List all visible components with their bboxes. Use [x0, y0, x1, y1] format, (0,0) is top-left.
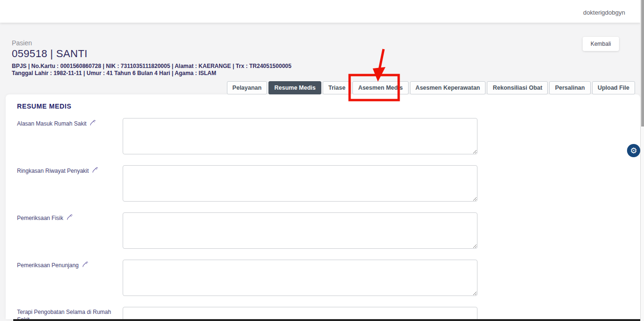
pemeriksaan-penunjang-textarea[interactable] — [123, 260, 477, 296]
field-label: Ringkasan Riwayat Penyakit — [17, 167, 118, 176]
vertical-scrollbar[interactable] — [640, 0, 644, 321]
pencil-icon[interactable] — [92, 167, 99, 176]
patient-section-label: Pasien — [12, 39, 292, 47]
terapi-pengobatan-textarea[interactable] — [123, 307, 477, 319]
tab-asesmen-keperawatan[interactable]: Asesmen Keperawatan — [410, 81, 486, 94]
form-row-terapi-pengobatan: Terapi Pengobatan Selama di Rumah Sakit — [6, 307, 640, 319]
tab-pelayanan[interactable]: Pelayanan — [227, 81, 268, 94]
field-label: Pemeriksaan Fisik — [17, 214, 118, 223]
top-navbar: dokterigdobgyn — [0, 0, 640, 23]
tab-triase[interactable]: Triase — [323, 81, 351, 94]
tab-resume-medis[interactable]: Resume Medis — [268, 81, 321, 94]
tab-persalinan[interactable]: Persalinan — [549, 81, 590, 94]
patient-header: Pasien 059518 | SANTI BPJS | No.Kartu : … — [12, 39, 292, 77]
field-label-text: Alasan Masuk Rumah Sakit — [17, 120, 86, 127]
tab-upload-file[interactable]: Upload File — [592, 81, 635, 94]
patient-info-line-1: BPJS | No.Kartu : 0001560860728 | NIK : … — [12, 63, 292, 70]
pencil-icon[interactable] — [66, 214, 73, 223]
form-row-alasan-masuk: Alasan Masuk Rumah Sakit — [6, 118, 640, 165]
scrollbar-thumb[interactable] — [641, 0, 644, 127]
patient-id-name: 059518 | SANTI — [12, 48, 292, 60]
logged-in-username: dokterigdobgyn — [583, 9, 625, 16]
field-label-text: Pemeriksaan Fisik — [17, 215, 63, 221]
alasan-masuk-rumah-sakit-textarea[interactable] — [123, 118, 477, 154]
annotation-arrow-head — [373, 67, 385, 82]
tab-rekonsiliasi-obat[interactable]: Rekonsiliasi Obat — [487, 81, 548, 94]
form-row-ringkasan-riwayat: Ringkasan Riwayat Penyakit — [6, 165, 640, 212]
panel-title: RESUME MEDIS — [17, 102, 71, 110]
pencil-icon[interactable] — [82, 261, 89, 270]
annotation-arrow-shaft — [379, 49, 384, 70]
field-label: Alasan Masuk Rumah Sakit — [17, 119, 118, 128]
tab-asesmen-medis[interactable]: Asesmen Medis — [352, 81, 408, 94]
ringkasan-riwayat-penyakit-textarea[interactable] — [123, 165, 477, 202]
field-label-text: Pemeriksaan Penunjang — [17, 262, 79, 269]
back-button[interactable]: Kembali — [583, 37, 619, 51]
pemeriksaan-fisik-textarea[interactable] — [123, 212, 477, 249]
form-row-pemeriksaan-penunjang: Pemeriksaan Penunjang — [6, 260, 640, 307]
field-label: Pemeriksaan Penunjang — [17, 261, 118, 270]
gear-icon: ⚙ — [630, 147, 637, 155]
patient-info-line-2: Tanggal Lahir : 1982-11-11 | Umur : 41 T… — [12, 70, 292, 77]
pencil-icon[interactable] — [89, 119, 96, 128]
settings-fab-button[interactable]: ⚙ — [627, 144, 640, 157]
resume-medis-panel: RESUME MEDIS Alasan Masuk Rumah Sakit Ri… — [6, 94, 640, 319]
field-label: Terapi Pengobatan Selama di Rumah Sakit — [17, 308, 118, 319]
field-label-text: Terapi Pengobatan Selama di Rumah Sakit — [17, 309, 111, 319]
form-row-pemeriksaan-fisik: Pemeriksaan Fisik — [6, 212, 640, 260]
tab-strip: Pelayanan Resume Medis Triase Asesmen Me… — [227, 81, 635, 94]
bottom-edge-strip — [13, 319, 640, 321]
field-label-text: Ringkasan Riwayat Penyakit — [17, 168, 89, 174]
